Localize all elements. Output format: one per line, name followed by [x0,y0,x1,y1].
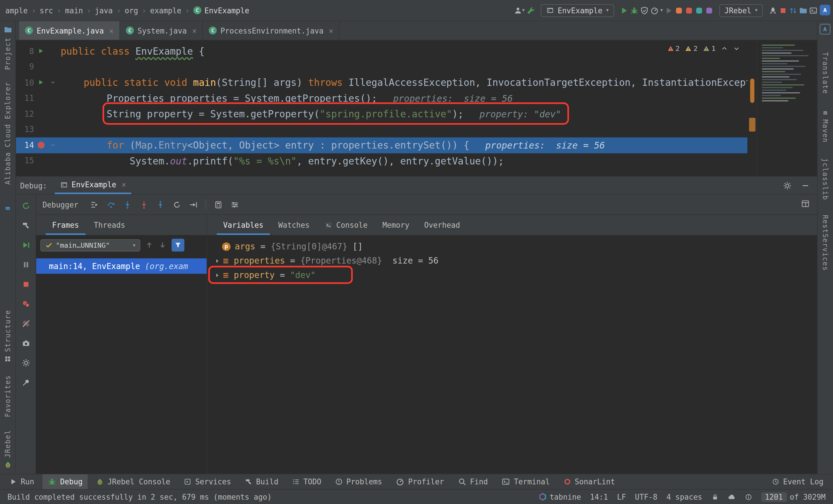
translate-icon-1[interactable]: A [820,5,830,16]
fold-icon[interactable] [50,142,55,148]
toolwindow-button-build[interactable]: Build [239,474,284,489]
translate-icon-2[interactable]: A [820,24,830,35]
tab-variables[interactable]: Variables [217,215,269,235]
plugin-4-icon[interactable] [705,6,713,15]
breadcrumb-item[interactable]: java [95,6,113,15]
force-step-into-icon[interactable] [140,200,148,209]
plugin-1-icon[interactable] [674,6,683,15]
code-line[interactable]: 8public class EnvExample { [16,44,747,59]
build-icon[interactable] [19,219,33,232]
editor-tab[interactable]: CProcessEnvironment.java× [203,21,340,40]
close-icon[interactable]: × [192,26,196,35]
tab-overhead[interactable]: Overhead [418,215,467,235]
breadcrumb-item[interactable]: main [65,6,83,15]
breadcrumb-item[interactable]: example [150,6,181,15]
run-config-selector[interactable]: EnvExample ▼ [541,4,614,17]
profiler-icon[interactable]: ▼ [650,6,663,15]
user-icon[interactable]: ▼ [514,6,525,15]
view-options-icon[interactable] [231,200,239,209]
toolwindow-button-debug[interactable]: Debug [43,474,88,489]
evaluate-expression-icon[interactable] [214,200,223,209]
variable-row[interactable]: property = "dev" [207,268,817,282]
jrebel-selector[interactable]: JRebel ▼ [719,4,763,17]
tab-threads[interactable]: Threads [87,215,131,235]
warning-icon[interactable]: 2 [667,45,680,53]
prev-problem-icon[interactable] [721,45,728,52]
tabnine-widget[interactable]: tabnine [539,493,581,501]
toolwindow-stripe-jrebel[interactable]: JRebel [4,430,12,469]
code-line[interactable]: 9 [16,59,747,75]
info-icon[interactable] [745,493,752,501]
stripe-marker[interactable] [750,79,754,103]
minimap[interactable] [757,41,817,176]
code-editor[interactable]: 8public class EnvExample {910 public sta… [16,41,817,176]
error-stripe[interactable] [747,41,757,176]
cloud-icon[interactable] [728,493,736,501]
folder-icon[interactable] [799,6,807,15]
toolwindow-button-problems[interactable]: Problems [330,474,387,489]
toolwindow-button-jrebel-console[interactable]: JRebel Console [91,474,175,489]
coverage-shield-icon[interactable] [640,6,648,15]
wrench-icon[interactable] [526,6,535,15]
toolwindow-stripe-project[interactable]: Project [3,25,12,70]
toolwindow-stripe-jclasslib[interactable]: jclasslib [822,158,830,200]
toolwindow-button-services[interactable]: Services [179,474,236,489]
toolwindow-button-todo[interactable]: TODO [287,474,327,489]
toolwindow-button-sonarlint[interactable]: SonarLint [558,474,620,489]
toolwindow-stripe-translate[interactable]: Translate [822,52,830,94]
code-line[interactable]: 12 String property = System.getProperty(… [16,106,747,122]
terminal-icon[interactable] [809,6,817,15]
fold-icon[interactable] [50,80,55,85]
breakpoint-icon[interactable] [37,142,44,149]
show-execution-point-icon[interactable] [91,200,99,209]
hide-panel-icon[interactable] [801,181,810,190]
breadcrumb-item[interactable]: org [125,6,138,15]
weak-warning-icon[interactable]: 1 [703,45,716,53]
step-into-icon[interactable] [123,200,132,209]
close-icon[interactable]: × [121,180,126,189]
drop-frame-icon[interactable] [173,200,181,209]
toolwindow-button-find[interactable]: Find [452,474,493,489]
thread-dump-camera-icon[interactable] [19,336,33,350]
stop-icon[interactable] [19,277,33,291]
link-icon[interactable]: ∞ [5,204,10,212]
breadcrumb-item[interactable]: src [40,6,53,15]
run-line-icon[interactable] [37,48,44,55]
code-line[interactable]: 15 System.out.printf("%s = %s\n", entry.… [16,153,747,169]
next-problem-icon[interactable] [733,45,740,52]
variable-row[interactable]: properties = {Properties@468} size = 56 [207,254,817,268]
code-line[interactable]: 10 public static void main(String[] args… [16,75,747,91]
pause-icon[interactable] [19,258,33,272]
rerun-icon[interactable] [19,199,33,213]
code-line[interactable]: 13 [16,122,747,137]
previous-frame-icon[interactable] [145,241,153,249]
code-line[interactable]: 14 for (Map.Entry<Object, Object> entry … [16,137,747,153]
stop-icon[interactable] [779,6,787,15]
editor-tab[interactable]: CEnvExample.java× [19,21,120,40]
run-line-icon[interactable] [37,79,44,86]
debug-bug-icon[interactable] [630,6,638,15]
editor-tab[interactable]: CSystem.java× [120,21,203,40]
plugin-2-icon[interactable] [685,6,693,15]
toolwindow-button-terminal[interactable]: Terminal [496,474,555,489]
thread-selector[interactable]: "main…UNNING" ▼ [41,239,140,251]
line-separator[interactable]: LF [617,493,626,501]
tab-frames[interactable]: Frames [46,215,85,235]
hide-library-frames-filter-icon[interactable] [171,239,184,251]
toolwindow-stripe-maven[interactable]: mMaven [822,109,830,143]
mute-breakpoints-icon[interactable] [19,317,33,331]
run-to-cursor-icon[interactable] [189,200,198,209]
close-icon[interactable]: × [329,26,333,35]
breadcrumb-item[interactable]: CEnvExample [193,6,249,15]
indent-setting[interactable]: 4 spaces [666,493,702,501]
rocket-icon[interactable] [769,6,777,15]
memory-indicator[interactable]: 1201 of 3029M [761,492,826,502]
stripe-marker[interactable] [749,118,756,132]
toolwindow-stripe-restservices[interactable]: RestServices [822,215,830,271]
layout-settings-icon[interactable] [801,199,810,208]
file-encoding[interactable]: UTF-8 [635,493,657,501]
next-frame-icon[interactable] [158,241,167,249]
stack-frame[interactable]: main:14, EnvExample (org.exam [36,258,207,274]
warning-icon[interactable]: 2 [685,45,698,53]
sync-arrows-icon[interactable] [789,6,798,15]
